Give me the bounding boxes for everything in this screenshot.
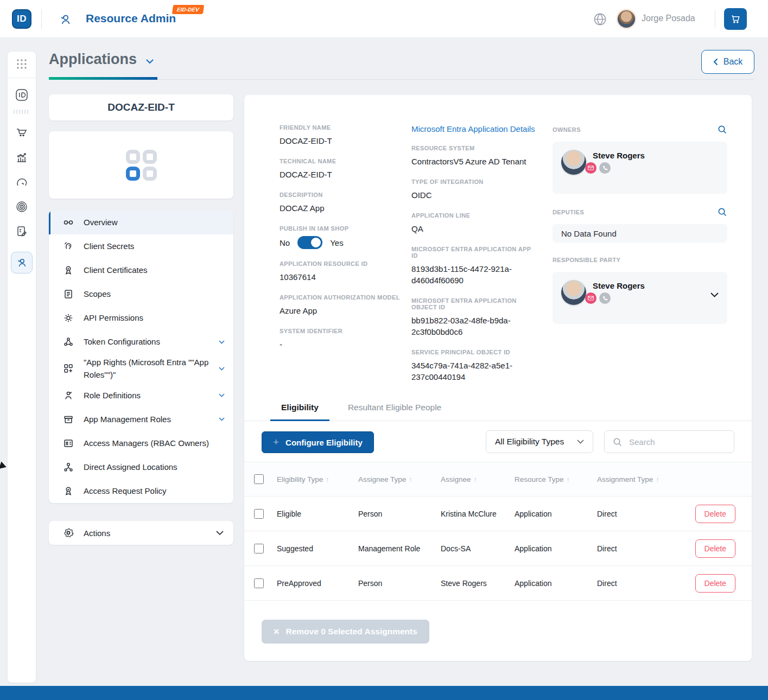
- field-publish-iam-shop: PUBLISH IN IAM SHOP No Yes: [280, 225, 407, 249]
- sort-asc-icon[interactable]: ↑: [409, 476, 412, 483]
- menu-item-direct-assigned-locations[interactable]: Direct Assigned Locations: [49, 455, 233, 479]
- search-input[interactable]: [629, 437, 716, 447]
- sort-asc-icon[interactable]: ↑: [567, 476, 570, 483]
- field-type-of-integration: TYPE OF INTEGRATION OIDC: [411, 179, 539, 201]
- actions-menu[interactable]: Actions: [49, 521, 233, 545]
- menu-item-client-secrets[interactable]: Client Secrets: [49, 234, 233, 258]
- publish-toggle[interactable]: [297, 236, 322, 249]
- menu-item-app-rights[interactable]: "App Rights (Microsoft Entra ""App Roles…: [49, 354, 233, 384]
- cart-button[interactable]: [724, 8, 747, 30]
- toggle-on-label: Yes: [330, 238, 343, 247]
- menu-item-access-request-policy[interactable]: Access Request Policy: [49, 479, 233, 503]
- owner-avatar[interactable]: [561, 150, 586, 175]
- environment-badge: EID-DEV: [172, 5, 204, 14]
- id-logo-icon[interactable]: [8, 82, 36, 107]
- delete-button[interactable]: Delete: [695, 574, 735, 593]
- deputies-label: DEPUTIES: [553, 209, 584, 215]
- archive-icon: [63, 414, 74, 425]
- responsible-party-name[interactable]: Steve Rogers: [593, 281, 645, 290]
- field-application-line: APPLICATION LINE QA: [411, 212, 539, 234]
- field-resource-system: RESOURCE SYSTEM ContractorsV5 Azure AD T…: [411, 145, 539, 167]
- owners-search-icon[interactable]: [717, 124, 727, 135]
- shopping-cart-icon[interactable]: [8, 119, 36, 144]
- row-checkbox[interactable]: [254, 544, 264, 553]
- network-icon: [63, 336, 74, 347]
- field-entra-object-id: MICROSOFT ENTRA APPLICATION OBJECT ID bb…: [411, 297, 539, 338]
- application-menu: Overview Client Secrets Client Certifica…: [49, 211, 233, 503]
- configure-eligibility-button[interactable]: + Configure Eligibility: [262, 431, 374, 453]
- deputies-empty-state: No Data Found: [553, 224, 727, 243]
- application-name-card: DOCAZ-EID-T: [49, 94, 233, 120]
- language-globe-icon[interactable]: [593, 12, 607, 27]
- analytics-icon[interactable]: [8, 144, 36, 169]
- app-placeholder-logo: [126, 150, 157, 181]
- app-launcher-grid-icon[interactable]: [8, 52, 36, 77]
- title-underline-accent: [49, 77, 157, 80]
- search-icon: [612, 437, 623, 447]
- header-divider: [715, 10, 715, 28]
- menu-item-client-certificates[interactable]: Client Certificates: [49, 258, 233, 282]
- glasses-icon: [63, 217, 74, 228]
- menu-item-role-definitions[interactable]: Role Definitions: [49, 384, 233, 408]
- phone-icon[interactable]: [599, 292, 611, 304]
- tab-eligibility[interactable]: Eligibility: [281, 396, 319, 421]
- eligibility-table-header: Eligibility Type↑ Assignee Type↑ Assigne…: [244, 462, 752, 497]
- chevron-down-icon: [577, 440, 584, 444]
- field-application-resource-id: APPLICATION RESOURCE ID 10367614: [280, 260, 407, 283]
- field-technical-name: TECHNICAL NAME DOCAZ-EID-T: [280, 158, 407, 180]
- document-icon: [63, 289, 74, 300]
- chevron-down-icon[interactable]: [219, 367, 225, 371]
- entra-application-details-link[interactable]: Microsoft Entra Application Details: [411, 124, 539, 133]
- email-icon[interactable]: [585, 292, 596, 304]
- sort-asc-icon[interactable]: ↑: [656, 476, 659, 483]
- fingerprint-icon[interactable]: [8, 194, 36, 219]
- owner-card: Steve Rogers: [553, 142, 727, 194]
- company-logo[interactable]: ID: [12, 9, 31, 29]
- chevron-down-icon[interactable]: [710, 292, 719, 297]
- user-avatar[interactable]: [618, 10, 635, 28]
- delete-button[interactable]: Delete: [695, 539, 735, 558]
- menu-item-scopes[interactable]: Scopes: [49, 282, 233, 306]
- gauge-icon[interactable]: [8, 169, 36, 194]
- divider-dashes: [14, 110, 30, 114]
- select-all-checkbox[interactable]: [254, 474, 264, 484]
- menu-item-api-permissions[interactable]: API Permissions: [49, 306, 233, 330]
- row-checkbox[interactable]: [254, 578, 264, 588]
- menu-item-access-managers[interactable]: Access Managers (RBAC Owners): [49, 431, 233, 455]
- table-row: Suggested Management Role Docs-SA Applic…: [244, 531, 752, 566]
- certificate-icon: [63, 265, 74, 276]
- remove-selected-button[interactable]: × Remove 0 Selected Assignments: [262, 620, 429, 644]
- user-name[interactable]: Jorge Posada: [642, 14, 695, 23]
- email-icon[interactable]: [585, 162, 596, 174]
- toggle-off-label: No: [280, 238, 290, 247]
- field-authorization-model: APPLICATION AUTHORIZATION MODEL Azure Ap…: [280, 294, 407, 316]
- document-edit-icon[interactable]: [8, 219, 36, 244]
- chevron-down-icon[interactable]: [219, 340, 225, 344]
- chevron-down-icon[interactable]: [219, 417, 225, 421]
- owner-name[interactable]: Steve Rogers: [593, 151, 645, 160]
- eligibility-tabs: Eligibility Resultant Eligible People: [244, 396, 752, 421]
- row-checkbox[interactable]: [254, 509, 264, 519]
- page-title-chevron-down-icon[interactable]: [145, 59, 154, 64]
- table-row: PreApproved Person Steve Rogers Applicat…: [244, 566, 752, 601]
- deputies-search-icon[interactable]: [717, 207, 727, 217]
- field-service-principal-object-id: SERVICE PRINCIPAL OBJECT ID 3454c79a-741…: [411, 349, 539, 383]
- top-header: ID Resource Admin EID-DEV Jorge Posada: [0, 0, 768, 38]
- sort-asc-icon[interactable]: ↑: [326, 476, 329, 483]
- phone-icon[interactable]: [599, 162, 611, 174]
- back-button[interactable]: Back: [701, 50, 754, 74]
- responsible-party-avatar[interactable]: [561, 280, 586, 305]
- resource-admin-person-icon[interactable]: [11, 252, 33, 273]
- menu-item-token-configurations[interactable]: Token Configurations: [49, 330, 233, 354]
- menu-item-app-management-roles[interactable]: App Management Roles: [49, 408, 233, 431]
- icon-rail: [8, 52, 36, 683]
- cart-icon: [730, 14, 741, 24]
- delete-button[interactable]: Delete: [695, 505, 735, 523]
- eligibility-type-filter[interactable]: All Eligibility Types: [486, 430, 593, 453]
- chevron-down-icon[interactable]: [219, 393, 225, 397]
- header-divider: [41, 9, 42, 29]
- menu-item-overview[interactable]: Overview: [49, 211, 233, 234]
- tab-resultant-eligible-people[interactable]: Resultant Eligible People: [348, 396, 441, 421]
- sort-asc-icon[interactable]: ↑: [474, 476, 477, 483]
- squares-plus-icon: [63, 363, 74, 374]
